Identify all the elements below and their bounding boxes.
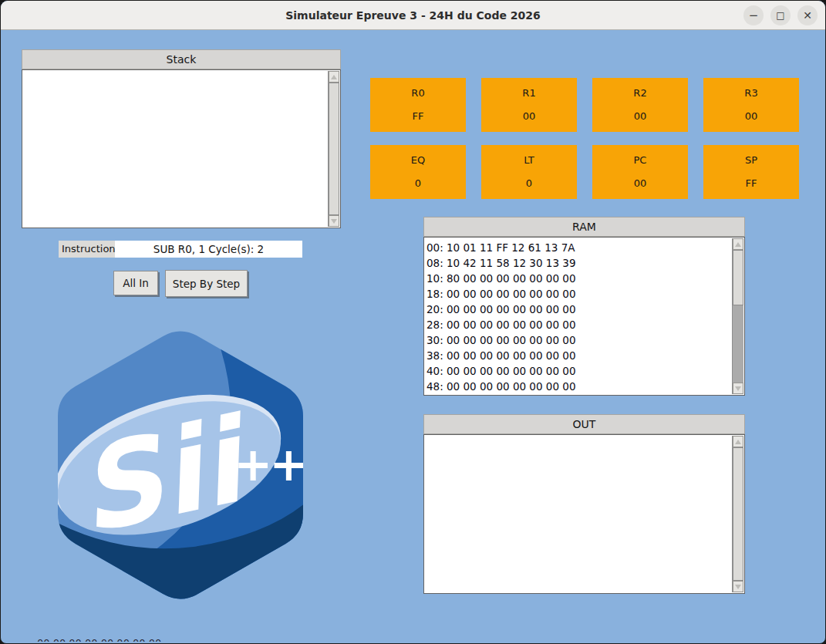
stack-scrollbar[interactable] bbox=[328, 71, 339, 227]
ram-list[interactable]: 00: 10 01 11 FF 12 61 13 7A 08: 10 42 11… bbox=[423, 237, 745, 396]
stack-list[interactable] bbox=[22, 69, 341, 228]
ram-row: 20: 00 00 00 00 00 00 00 00 bbox=[426, 302, 744, 317]
out-scrollbar[interactable] bbox=[732, 436, 743, 592]
out-list[interactable] bbox=[423, 434, 745, 594]
window-title: Simulateur Epreuve 3 - 24H du Code 2026 bbox=[285, 9, 541, 22]
ram-row: 00: 10 01 11 FF 12 61 13 7A bbox=[426, 240, 744, 255]
scroll-up-icon[interactable] bbox=[733, 436, 743, 447]
ram-row: 30: 00 00 00 00 00 00 00 00 bbox=[426, 332, 744, 348]
ram-row: 40: 00 00 00 00 00 00 00 00 bbox=[426, 363, 744, 379]
register-lt: LT 0 bbox=[481, 145, 577, 199]
logo-suffix: ++ bbox=[234, 437, 305, 491]
window-controls: − □ ✕ bbox=[743, 5, 818, 25]
ram-row: 10: 80 00 00 00 00 00 00 00 bbox=[426, 271, 744, 286]
ram-scrollbar[interactable] bbox=[732, 238, 743, 394]
all-in-button[interactable]: All In bbox=[113, 271, 158, 295]
minimize-button[interactable]: − bbox=[743, 5, 764, 25]
instruction-field: SUB R0, 1 Cycle(s): 2 bbox=[115, 241, 302, 258]
step-by-step-button[interactable]: Step By Step bbox=[165, 270, 248, 297]
ram-row: 08: 10 42 11 58 12 30 13 39 bbox=[426, 255, 744, 271]
out-scrollbar-thumb[interactable] bbox=[733, 447, 743, 581]
register-r1: R1 00 bbox=[481, 78, 577, 132]
register-r0: R0 FF bbox=[370, 78, 466, 132]
app-window: Simulateur Epreuve 3 - 24H du Code 2026 … bbox=[0, 0, 826, 644]
maximize-button[interactable]: □ bbox=[770, 5, 791, 25]
ram-panel-title: RAM bbox=[423, 217, 745, 237]
minimize-icon: − bbox=[749, 10, 759, 22]
scroll-up-icon[interactable] bbox=[329, 71, 339, 83]
instruction-label: Instruction bbox=[59, 241, 115, 258]
scroll-down-icon[interactable] bbox=[733, 581, 743, 592]
ram-scrollbar-thumb[interactable] bbox=[733, 250, 743, 305]
register-r3: R3 00 bbox=[703, 78, 799, 132]
register-grid: R0 FF R1 00 R2 00 R3 00 EQ 0 LT 0 PC 00 … bbox=[370, 78, 799, 199]
ram-row: 38: 00 00 00 00 00 00 00 00 bbox=[426, 348, 744, 363]
ram-row: 18: 00 00 00 00 00 00 00 00 bbox=[426, 286, 744, 302]
register-r2: R2 00 bbox=[592, 78, 688, 132]
register-pc: PC 00 bbox=[592, 145, 688, 199]
register-eq: EQ 0 bbox=[370, 145, 466, 199]
close-icon: ✕ bbox=[803, 10, 812, 21]
sii-plus-plus-logo: Sii ++ bbox=[55, 325, 306, 605]
ram-row: 28: 00 00 00 00 00 00 00 00 bbox=[426, 317, 744, 332]
clipped-ram-row: 00 00 00 00 00 00 00 00 bbox=[37, 638, 214, 642]
titlebar: Simulateur Epreuve 3 - 24H du Code 2026 … bbox=[1, 1, 825, 30]
scroll-up-icon[interactable] bbox=[733, 238, 743, 250]
close-button[interactable]: ✕ bbox=[797, 5, 818, 25]
register-sp: SP FF bbox=[703, 145, 799, 199]
stack-panel-title: Stack bbox=[22, 49, 341, 69]
ram-row: 48: 00 00 00 00 00 00 00 00 bbox=[426, 379, 744, 394]
scroll-down-icon[interactable] bbox=[329, 215, 339, 227]
maximize-icon: □ bbox=[776, 11, 784, 20]
stack-scrollbar-thumb[interactable] bbox=[329, 83, 339, 215]
out-panel-title: OUT bbox=[423, 414, 745, 434]
scroll-down-icon[interactable] bbox=[733, 383, 743, 394]
